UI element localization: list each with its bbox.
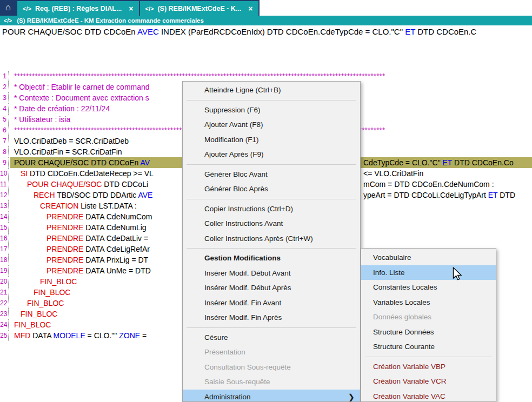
context-menu-item-label: Coller Instructions Après (Ctrl+W) — [204, 234, 313, 243]
code-token: CdeTypCde = CLO."C" — [363, 158, 443, 167]
context-menu-item[interactable]: Générer Bloc Après — [183, 182, 360, 197]
context-menu-item-label: Modification (F1) — [204, 136, 259, 144]
code-token: MFD — [14, 331, 30, 340]
code-token: <= VLO.CriDatFin — [363, 169, 423, 178]
code-icon: </> — [145, 5, 154, 12]
code-token: = CLO."" — [85, 331, 119, 340]
line-number: 15 — [0, 222, 9, 233]
submenu: VocabulaireInfo. ListeConstantes Locales… — [361, 248, 496, 402]
line-number: 19 — [0, 265, 9, 276]
submenu-item[interactable]: Structure Données — [361, 325, 496, 340]
context-menu-item-label: Administration — [204, 393, 251, 401]
context-menu-item[interactable]: Copier Instructions (Ctrl+D) — [183, 202, 360, 217]
code-token: AVEC — [137, 27, 159, 36]
context-menu-item-label: Insérer Modif. Début Après — [204, 284, 291, 292]
context-menu-item[interactable]: Ajouter Après (F9) — [183, 147, 360, 162]
line-number: 20 — [0, 276, 9, 287]
code-line[interactable]: 1***************************************… — [0, 71, 532, 82]
close-icon[interactable]: × — [129, 4, 133, 13]
code-token: POUR CHAQUE/SOC DTD CDCoEn — [14, 158, 140, 167]
context-menu-item[interactable]: Coller Instructions Avant — [183, 216, 360, 231]
line-number: 3 — [0, 92, 9, 103]
context-menu-item-label: Générer Bloc Après — [204, 185, 268, 193]
context-menu-item[interactable]: Administration❯ — [183, 390, 360, 402]
code-token: ****************************************… — [14, 72, 385, 81]
code-token: ET — [488, 191, 498, 199]
page-title: (S) REB/IKMExtCdeE - KM Extraction comma… — [17, 17, 204, 24]
context-menu-item[interactable]: Générer Bloc Avant — [183, 167, 360, 182]
submenu-item-label: Constantes Locales — [373, 283, 437, 291]
submenu-item[interactable]: Création Variable VBP — [361, 359, 496, 374]
submenu-item[interactable]: Constantes Locales — [361, 280, 496, 295]
code-token: PRENDRE — [46, 223, 83, 232]
code-token: * Utilisateur : isia — [14, 115, 70, 124]
code-token: MODELE — [54, 331, 85, 340]
code-token: PRENDRE — [46, 212, 83, 221]
context-menu-item[interactable]: Insérer Modif. Début Avant — [183, 266, 360, 281]
code-token: PRENDRE — [46, 245, 83, 253]
submenu-item: Données globales — [361, 310, 496, 325]
context-menu-item[interactable]: Modification (F1) — [183, 132, 360, 148]
submenu-item-label: Création Variable VAC — [373, 392, 445, 400]
code-token: FIN_BLOC — [34, 288, 70, 297]
tab-group: ⌂ </> Req. (REB) : Règles DIAL... × </> … — [0, 0, 260, 16]
submenu-arrow-icon: ❯ — [348, 390, 355, 402]
title-bar: </> (S) REB/IKMExtCdeE - KM Extraction c… — [0, 16, 532, 25]
line-number: 24 — [0, 319, 9, 330]
tab-regles-dialog[interactable]: </> Req. (REB) : Règles DIAL... × — [17, 1, 139, 16]
context-menu-item[interactable]: Gestion Modifications — [183, 251, 360, 266]
code-token: DATA CdeNumLig — [83, 223, 146, 232]
submenu-item-label: Création Variable VCR — [373, 377, 447, 385]
code-token: VLO.CriDatFin = SCR.CriDatFin — [14, 148, 122, 156]
context-menu-item: Consultation Sous-requête — [183, 360, 360, 375]
line-number: 23 — [0, 309, 9, 319]
code-token: DTD CDCoEn.Co — [452, 158, 514, 167]
context-menu-item[interactable]: Insérer Modif. Début Après — [183, 280, 360, 296]
context-menu-item[interactable]: Ajouter Avant (F8) — [183, 117, 360, 132]
context-menu-item-label: Ajouter Après (F9) — [204, 150, 264, 158]
context-menu-item[interactable]: Césure — [183, 330, 360, 345]
code-token: PRENDRE — [46, 266, 83, 275]
line-number: 14 — [0, 211, 9, 222]
close-icon[interactable]: × — [248, 4, 252, 13]
submenu-item-label: Création Variable VBP — [373, 363, 445, 371]
context-menu-item[interactable]: Insérer Modif. Fin Après — [183, 310, 360, 325]
home-button[interactable]: ⌂ — [0, 0, 16, 15]
context-menu-item-label: Suppression (F6) — [204, 106, 261, 114]
statement-line: POUR CHAQUE/SOC DTD CDCoEn AVEC INDEX (P… — [2, 25, 532, 38]
code-token: ET — [405, 27, 415, 36]
code-token: DTD CDCoEn.CdeDateRecep >= VL — [28, 169, 154, 178]
submenu-item[interactable]: Création Variable VCR — [361, 374, 496, 389]
context-menu-item-label: Ajouter Avant (F8) — [204, 120, 263, 129]
code-token: mCom = DTD CDCoEn.CdeNumCom : — [363, 180, 494, 189]
code-token: FIN_BLOC — [27, 299, 64, 307]
tab-label: (S) REB/IKMExtCdeE - K... — [157, 5, 241, 12]
code-token: * Contexte : Document avec extraction s — [14, 93, 149, 102]
context-menu-item[interactable]: Atteindre Ligne (Ctrl+B) — [183, 83, 360, 98]
line-number: 4 — [0, 103, 9, 114]
mouse-cursor — [451, 267, 463, 283]
submenu-item[interactable]: Vocabulaire — [361, 250, 496, 265]
context-menu-item[interactable]: Suppression (F6) — [183, 103, 360, 118]
context-menu-item: Présentation — [183, 345, 360, 360]
context-menu-item-label: Gestion Modifications — [204, 254, 281, 262]
code-token: SI — [21, 169, 28, 178]
context-menu-item-label: Présentation — [204, 348, 245, 356]
code-token: INDEX (ParEdRCDCoEnIdx) DTD CDCoEn.CdeTy… — [159, 27, 405, 36]
home-icon: ⌂ — [5, 2, 11, 13]
submenu-item[interactable]: Variables Locales — [361, 295, 496, 310]
code-token: = — [140, 331, 147, 340]
context-menu-item[interactable]: Coller Instructions Après (Ctrl+W) — [183, 231, 360, 246]
line-number: 13 — [0, 200, 9, 211]
submenu-item[interactable]: Info. Liste — [361, 265, 496, 280]
tab-ikm-ext-cde[interactable]: </> (S) REB/IKMExtCdeE - K... × — [140, 1, 258, 16]
submenu-item[interactable]: Création Variable VAC — [361, 389, 496, 402]
code-token: DATA UnMe = DTD — [83, 266, 150, 275]
context-menu-item: Saisie Sous-requête — [183, 374, 360, 390]
context-menu-item[interactable]: Insérer Modif. Fin Avant — [183, 296, 360, 311]
context-menu-separator — [187, 164, 356, 165]
code-token: DATA — [30, 331, 53, 340]
submenu-item[interactable]: Structure Courante — [361, 339, 496, 354]
line-number: 22 — [0, 298, 9, 309]
context-menu-separator — [187, 248, 356, 249]
